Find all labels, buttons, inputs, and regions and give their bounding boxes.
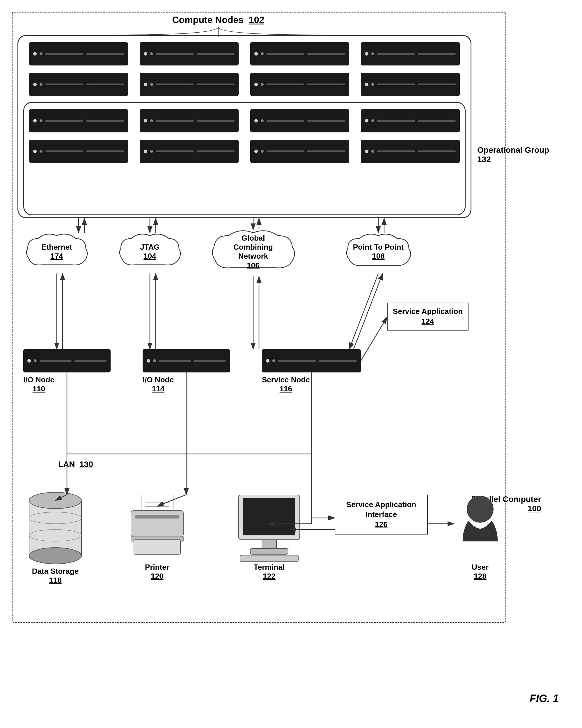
bar [267,83,304,85]
compute-node-r4c4 [361,140,460,163]
user-label: User 128 [448,563,512,581]
compute-node-r2c1 [29,73,128,96]
service-node-ref: 116 [280,384,292,393]
bar [45,151,83,152]
diagram: Parallel Computer 100 Compute Nodes 102 … [0,0,582,728]
compute-node-r1c1 [29,42,128,66]
user-area: User 128 [448,495,512,581]
bar [156,120,194,122]
led2 [153,359,156,362]
jtag-cloud: JTAG 104 [117,230,183,274]
led [27,359,31,363]
led [33,119,37,123]
ethernet-cloud: Ethernet 174 [23,230,90,274]
io-node-2-server [143,349,230,372]
bar [267,53,304,55]
service-application-box: Service Application 124 [387,303,469,331]
printer-text: Printer [145,563,169,571]
data-storage-label: Data Storage 118 [23,567,87,585]
led2 [40,119,43,122]
compute-node-r4c1 [29,140,128,163]
compute-node-r2c2 [140,73,238,96]
compute-node-r1c2 [140,42,238,66]
bar2 [307,53,345,55]
io-node-1-server [23,349,110,372]
compute-nodes-text: Compute Nodes [172,15,244,25]
terminal-ref: 122 [263,572,275,580]
led [365,150,369,153]
compute-node-r3c3 [250,109,349,132]
led2 [371,52,374,55]
led [365,119,369,123]
led [144,52,147,56]
led [33,52,37,56]
led2 [272,359,275,362]
bar2 [75,360,106,362]
io-node-1-text: I/O Node [23,375,54,384]
parallel-computer-ref: 100 [528,504,541,513]
service-application-ref: 124 [421,317,434,326]
service-application-text: Service Application [393,307,463,316]
bar [267,151,304,152]
led2 [371,83,374,86]
bar2 [86,151,124,152]
led2 [261,52,264,55]
user-ref: 128 [474,572,486,580]
bar [377,83,415,85]
led2 [150,83,153,86]
compute-node-r2c4 [361,73,460,96]
svg-rect-17 [250,548,288,554]
bar [377,120,415,122]
bar2 [86,120,124,122]
lan-ref: 130 [79,460,93,469]
compute-node-r1c3 [250,42,349,66]
svg-rect-16 [262,540,276,548]
bar [267,120,304,122]
bar2 [418,120,456,122]
led2 [40,52,43,55]
led [266,359,270,363]
compute-node-r3c1 [29,109,128,132]
led [147,359,150,363]
led2 [34,359,37,362]
bar [377,53,415,55]
io-node-1-ref: 110 [32,384,45,393]
compute-node-r2c3 [250,73,349,96]
bar [40,360,72,362]
user-text: User [472,563,488,571]
bar [377,151,415,152]
data-storage-ref: 118 [49,576,61,584]
bar2 [307,151,345,152]
svg-rect-10 [131,511,183,537]
bar [45,53,83,55]
svg-point-2 [29,492,81,509]
svg-rect-15 [243,498,295,536]
bar2 [418,151,456,152]
compute-node-r4c3 [250,140,349,163]
led [144,83,147,86]
bar [156,53,194,55]
bar2 [197,53,234,55]
led2 [150,150,153,153]
printer-label: Printer 120 [125,563,189,581]
led [254,52,258,56]
compute-nodes-label: Compute Nodes 102 [117,15,320,25]
bar2 [307,83,345,85]
service-node-label: Service Node 116 [262,375,310,393]
led [144,119,147,123]
bar2 [194,360,226,362]
operational-group-label: Operational Group 132 [477,146,549,164]
bar [156,151,194,152]
svg-point-3 [29,548,81,564]
io-node-2-ref: 114 [152,384,165,393]
led2 [40,150,43,153]
service-node-server [262,349,361,372]
led [254,83,258,86]
led [254,119,258,123]
bar2 [197,120,234,122]
svg-rect-11 [135,515,179,519]
compute-node-r1c4 [361,42,460,66]
svg-rect-18 [240,555,298,562]
led2 [150,119,153,122]
operational-group-ref: 132 [477,155,491,164]
